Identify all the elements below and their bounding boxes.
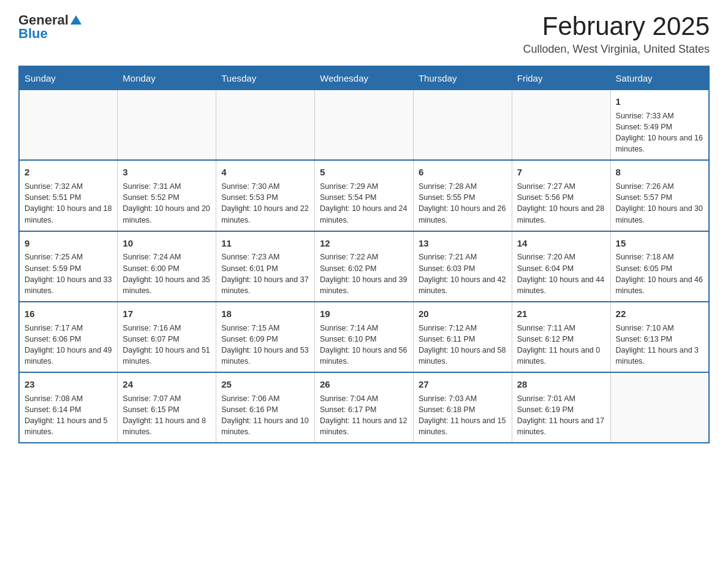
sunset-text: Sunset: 5:53 PM — [221, 193, 278, 202]
sunrise-text: Sunrise: 7:26 AM — [616, 182, 674, 191]
day-number: 2 — [25, 166, 112, 179]
sunset-text: Sunset: 6:05 PM — [616, 264, 672, 273]
sunset-text: Sunset: 5:49 PM — [616, 123, 672, 131]
sunset-text: Sunset: 6:19 PM — [517, 405, 574, 414]
daylight-text: Daylight: 10 hours and 26 minutes. — [419, 204, 506, 224]
sunset-text: Sunset: 6:15 PM — [123, 405, 179, 414]
daylight-text: Daylight: 10 hours and 58 minutes. — [419, 346, 506, 366]
sunrise-text: Sunrise: 7:12 AM — [419, 324, 477, 332]
calendar-cell: 11Sunrise: 7:23 AMSunset: 6:01 PMDayligh… — [216, 231, 315, 302]
day-number: 15 — [616, 237, 703, 250]
daylight-text: Daylight: 11 hours and 17 minutes. — [517, 416, 604, 436]
day-header-saturday: Saturday — [610, 66, 709, 90]
calendar-cell: 19Sunrise: 7:14 AMSunset: 6:10 PMDayligh… — [315, 302, 414, 372]
logo-blue-text: Blue — [18, 26, 48, 42]
day-number: 19 — [320, 307, 408, 321]
calendar-cell: 17Sunrise: 7:16 AMSunset: 6:07 PMDayligh… — [118, 302, 216, 372]
sunrise-text: Sunrise: 7:18 AM — [616, 253, 674, 261]
sunrise-text: Sunrise: 7:04 AM — [320, 394, 378, 403]
calendar-cell — [413, 90, 512, 161]
logo: General Blue — [18, 12, 82, 42]
day-number: 20 — [419, 307, 507, 321]
calendar-week-4: 16Sunrise: 7:17 AMSunset: 6:06 PMDayligh… — [19, 302, 709, 372]
calendar-cell: 10Sunrise: 7:24 AMSunset: 6:00 PMDayligh… — [118, 231, 216, 302]
calendar-cell: 12Sunrise: 7:22 AMSunset: 6:02 PMDayligh… — [315, 231, 414, 302]
calendar-week-5: 23Sunrise: 7:08 AMSunset: 6:14 PMDayligh… — [19, 372, 709, 443]
day-number: 10 — [123, 237, 211, 250]
calendar-cell: 1Sunrise: 7:33 AMSunset: 5:49 PMDaylight… — [610, 90, 709, 161]
calendar-cell: 4Sunrise: 7:30 AMSunset: 5:53 PMDaylight… — [216, 160, 315, 231]
sunrise-text: Sunrise: 7:24 AM — [123, 253, 181, 261]
day-number: 6 — [419, 166, 507, 179]
calendar-cell — [216, 90, 315, 161]
sunset-text: Sunset: 5:57 PM — [616, 193, 672, 202]
daylight-text: Daylight: 10 hours and 49 minutes. — [25, 346, 112, 366]
sunrise-text: Sunrise: 7:15 AM — [221, 324, 279, 332]
daylight-text: Daylight: 10 hours and 53 minutes. — [221, 346, 308, 366]
sunrise-text: Sunrise: 7:30 AM — [221, 182, 279, 191]
sunrise-text: Sunrise: 7:21 AM — [419, 253, 477, 261]
sunset-text: Sunset: 5:54 PM — [320, 193, 376, 202]
day-number: 23 — [25, 378, 112, 391]
day-number: 18 — [221, 307, 309, 321]
daylight-text: Daylight: 10 hours and 39 minutes. — [320, 275, 407, 295]
sunset-text: Sunset: 6:17 PM — [320, 405, 376, 414]
calendar-cell — [315, 90, 414, 161]
daylight-text: Daylight: 11 hours and 15 minutes. — [419, 416, 506, 436]
sunset-text: Sunset: 6:13 PM — [616, 335, 672, 343]
daylight-text: Daylight: 11 hours and 5 minutes. — [25, 416, 108, 436]
daylight-text: Daylight: 10 hours and 22 minutes. — [221, 204, 308, 224]
sunrise-text: Sunrise: 7:03 AM — [419, 394, 477, 403]
calendar-week-1: 1Sunrise: 7:33 AMSunset: 5:49 PMDaylight… — [19, 90, 709, 161]
calendar-cell: 27Sunrise: 7:03 AMSunset: 6:18 PMDayligh… — [413, 372, 512, 443]
calendar-header: SundayMondayTuesdayWednesdayThursdayFrid… — [19, 66, 709, 90]
daylight-text: Daylight: 10 hours and 35 minutes. — [123, 275, 210, 295]
calendar-table: SundayMondayTuesdayWednesdayThursdayFrid… — [18, 66, 710, 443]
sunrise-text: Sunrise: 7:31 AM — [123, 182, 181, 191]
calendar-cell: 18Sunrise: 7:15 AMSunset: 6:09 PMDayligh… — [216, 302, 315, 372]
daylight-text: Daylight: 10 hours and 37 minutes. — [221, 275, 308, 295]
daylight-text: Daylight: 10 hours and 20 minutes. — [123, 204, 210, 224]
day-number: 25 — [221, 378, 309, 391]
sunset-text: Sunset: 6:16 PM — [221, 405, 278, 414]
calendar-cell: 23Sunrise: 7:08 AMSunset: 6:14 PMDayligh… — [19, 372, 118, 443]
sunrise-text: Sunrise: 7:16 AM — [123, 324, 181, 332]
calendar-cell: 26Sunrise: 7:04 AMSunset: 6:17 PMDayligh… — [315, 372, 414, 443]
sunset-text: Sunset: 6:18 PM — [419, 405, 475, 414]
daylight-text: Daylight: 11 hours and 12 minutes. — [320, 416, 407, 436]
sunset-text: Sunset: 5:56 PM — [517, 193, 574, 202]
sunrise-text: Sunrise: 7:06 AM — [221, 394, 279, 403]
daylight-text: Daylight: 10 hours and 33 minutes. — [25, 275, 112, 295]
day-number: 28 — [517, 378, 605, 391]
day-number: 7 — [517, 166, 605, 179]
sunset-text: Sunset: 5:52 PM — [123, 193, 179, 202]
calendar-cell: 24Sunrise: 7:07 AMSunset: 6:15 PMDayligh… — [118, 372, 216, 443]
calendar-cell: 7Sunrise: 7:27 AMSunset: 5:56 PMDaylight… — [512, 160, 610, 231]
daylight-text: Daylight: 10 hours and 30 minutes. — [616, 204, 703, 224]
sunrise-text: Sunrise: 7:08 AM — [25, 394, 83, 403]
daylight-text: Daylight: 10 hours and 56 minutes. — [320, 346, 407, 366]
sunrise-text: Sunrise: 7:33 AM — [616, 112, 674, 120]
sunrise-text: Sunrise: 7:32 AM — [25, 182, 83, 191]
sunset-text: Sunset: 6:07 PM — [123, 335, 179, 343]
page-title: February 2025 — [523, 12, 710, 40]
sunrise-text: Sunrise: 7:23 AM — [221, 253, 279, 261]
day-number: 21 — [517, 307, 605, 321]
page-subtitle: Culloden, West Virginia, United States — [523, 43, 710, 56]
calendar-cell — [512, 90, 610, 161]
calendar-cell — [118, 90, 216, 161]
calendar-cell: 13Sunrise: 7:21 AMSunset: 6:03 PMDayligh… — [413, 231, 512, 302]
sunrise-text: Sunrise: 7:01 AM — [517, 394, 575, 403]
sunset-text: Sunset: 6:14 PM — [25, 405, 81, 414]
day-header-friday: Friday — [512, 66, 610, 90]
calendar-week-2: 2Sunrise: 7:32 AMSunset: 5:51 PMDaylight… — [19, 160, 709, 231]
sunset-text: Sunset: 6:00 PM — [123, 264, 179, 273]
sunrise-text: Sunrise: 7:27 AM — [517, 182, 575, 191]
calendar-cell: 9Sunrise: 7:25 AMSunset: 5:59 PMDaylight… — [19, 231, 118, 302]
day-number: 24 — [123, 378, 211, 391]
sunset-text: Sunset: 5:59 PM — [25, 264, 81, 273]
calendar-body: 1Sunrise: 7:33 AMSunset: 5:49 PMDaylight… — [19, 90, 709, 443]
sunrise-text: Sunrise: 7:20 AM — [517, 253, 575, 261]
sunset-text: Sunset: 6:01 PM — [221, 264, 278, 273]
day-header-sunday: Sunday — [19, 66, 118, 90]
